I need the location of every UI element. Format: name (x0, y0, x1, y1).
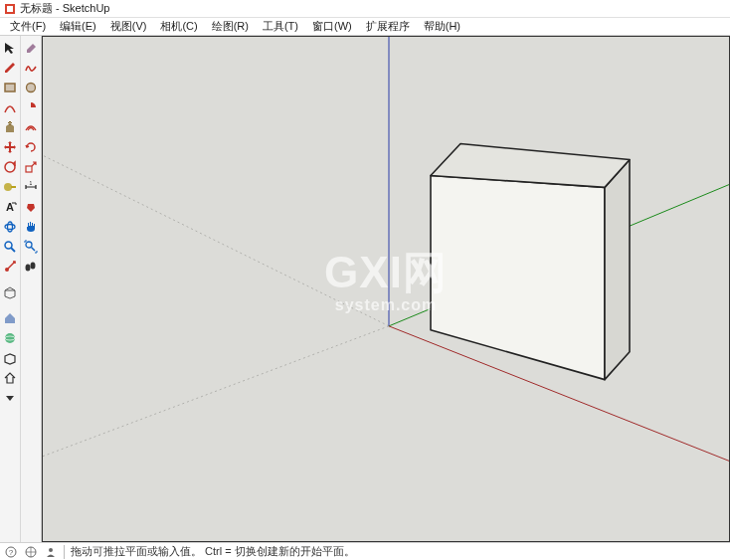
help-icon[interactable]: ? (4, 545, 18, 559)
eraser-tool-icon[interactable] (22, 38, 41, 57)
svg-point-10 (5, 242, 12, 249)
rectangle-tool-icon[interactable] (1, 78, 20, 96)
svg-line-21 (43, 326, 389, 512)
menu-draw[interactable]: 绘图(R) (206, 18, 255, 35)
pie-tool-icon[interactable] (22, 97, 41, 116)
svg-point-19 (26, 264, 31, 271)
circle-tool-icon[interactable] (22, 78, 41, 96)
zoomextents-tool-icon[interactable] (22, 237, 41, 256)
rotate-tool-icon[interactable] (22, 137, 41, 156)
svg-rect-1 (7, 6, 13, 12)
svg-marker-26 (431, 175, 605, 379)
person-icon[interactable] (44, 545, 58, 559)
home-icon[interactable] (1, 368, 20, 387)
zoom-tool-icon[interactable] (1, 237, 20, 256)
addlocation-icon[interactable] (1, 328, 20, 347)
menu-window[interactable]: 窗口(W) (306, 18, 358, 35)
svg-point-12 (5, 333, 15, 343)
svg-rect-3 (5, 84, 15, 92)
tape-tool-icon[interactable] (1, 177, 20, 196)
svg-point-20 (31, 262, 36, 269)
openbuilding-icon[interactable] (1, 348, 20, 367)
menu-help[interactable]: 帮助(H) (418, 18, 466, 35)
menu-tools[interactable]: 工具(T) (257, 18, 304, 35)
arc-tool-icon[interactable] (1, 97, 20, 116)
menu-extensions[interactable]: 扩展程序 (360, 18, 416, 35)
position-camera-icon[interactable] (1, 257, 20, 276)
app-logo-icon (4, 3, 16, 15)
toolbar-column-2: 1 (21, 36, 42, 542)
freehand-tool-icon[interactable] (22, 58, 41, 77)
status-hint: 拖动可推拉平面或输入值。 Ctrl = 切换创建新的开始平面。 (71, 544, 355, 559)
pushpull-tool-icon[interactable] (1, 117, 20, 136)
menu-edit[interactable]: 编辑(E) (54, 18, 102, 35)
menu-file[interactable]: 文件(F) (4, 18, 52, 35)
window-title: 无标题 - SketchUp (20, 1, 109, 16)
status-divider (64, 545, 65, 559)
text-tool-icon[interactable]: A (1, 197, 20, 216)
menu-view[interactable]: 视图(V) (104, 18, 153, 35)
viewport-3d[interactable]: GXI网 system.com (42, 36, 730, 542)
dimension-tool-icon[interactable]: 1 (22, 177, 41, 196)
tool-separator (21, 277, 41, 282)
titlebar: 无标题 - SketchUp (0, 0, 730, 18)
toolbar-column-1: A (0, 36, 21, 542)
orbit-tool-icon[interactable] (1, 217, 20, 236)
svg-point-18 (26, 242, 32, 248)
arrowdown-icon[interactable] (1, 388, 20, 407)
scale-tool-icon[interactable] (22, 157, 41, 176)
main-area: A 1 GXI网 system.com (0, 36, 730, 542)
select-tool-icon[interactable] (1, 38, 20, 57)
geo-icon[interactable] (24, 545, 38, 559)
walk-tool-icon[interactable] (22, 257, 41, 276)
menu-camera[interactable]: 相机(C) (154, 18, 203, 35)
svg-rect-6 (11, 186, 16, 188)
svg-text:?: ? (9, 548, 14, 557)
followme-tool-icon[interactable] (1, 157, 20, 176)
pan-tool-icon[interactable] (22, 217, 41, 236)
svg-marker-27 (605, 160, 630, 380)
line-tool-icon[interactable] (1, 58, 20, 77)
svg-point-5 (4, 183, 12, 191)
svg-text:1: 1 (30, 180, 33, 186)
menubar: 文件(F) 编辑(E) 视图(V) 相机(C) 绘图(R) 工具(T) 窗口(W… (0, 18, 730, 36)
offset-tool-icon[interactable] (22, 117, 41, 136)
paint-tool-icon[interactable] (22, 197, 41, 216)
svg-point-32 (49, 548, 53, 552)
layer-icon[interactable] (1, 308, 20, 327)
svg-line-22 (43, 126, 389, 326)
svg-rect-16 (26, 166, 32, 172)
statusbar: ? 拖动可推拉平面或输入值。 Ctrl = 切换创建新的开始平面。 (0, 542, 730, 560)
svg-point-8 (5, 224, 15, 229)
scene-svg (43, 37, 729, 541)
svg-point-9 (8, 222, 13, 232)
move-tool-icon[interactable] (1, 137, 20, 156)
section-plane-icon[interactable] (1, 282, 20, 301)
